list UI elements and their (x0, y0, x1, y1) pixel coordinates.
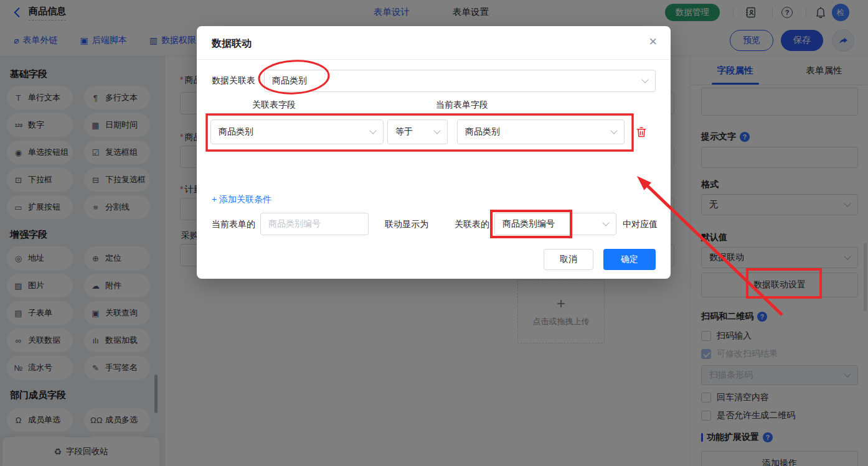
divider (197, 59, 671, 60)
app-window: 商品信息 表单设计 表单设置 数据管理 ? 检 ⌀ 表单外链 ▣ 后端脚本 (0, 0, 868, 466)
chevron-down-icon (641, 76, 648, 83)
current-form-field-select[interactable]: 商品类别 (457, 119, 625, 144)
cancel-button[interactable]: 取消 (544, 249, 593, 270)
add-condition-link[interactable]: + 添加关联条件 (212, 194, 271, 205)
trash-icon[interactable] (635, 126, 648, 138)
related-table-prefix-label: 关联表的 (455, 219, 489, 230)
left-column-header: 关联表字段 (252, 100, 296, 111)
display-as-label: 联动显示为 (385, 219, 428, 230)
linkage-table-label: 数据关联表 (212, 75, 255, 86)
close-icon[interactable]: × (649, 34, 657, 50)
chevron-down-icon (433, 127, 440, 134)
suffix-label: 中对应值 (623, 219, 658, 230)
chevron-down-icon (369, 127, 376, 134)
data-linkage-dialog: 数据联动 × 数据关联表 商品类别 关联表字段 当前表单字段 商品类别 等于 商… (197, 26, 671, 279)
chevron-down-icon (610, 127, 617, 134)
related-display-field-select[interactable]: 商品类别编号 (494, 213, 616, 235)
dialog-title: 数据联动 (212, 37, 252, 50)
current-form-prefix-label: 当前表单的 (212, 219, 255, 230)
chevron-down-icon (602, 219, 609, 226)
related-field-select[interactable]: 商品类别 (210, 119, 384, 144)
right-column-header: 当前表单字段 (436, 100, 488, 111)
linkage-table-select[interactable]: 商品类别 (264, 70, 656, 92)
operator-select[interactable]: 等于 (387, 119, 448, 144)
current-field-input[interactable]: 商品类别编号 (260, 213, 369, 235)
confirm-button[interactable]: 确定 (603, 249, 656, 270)
